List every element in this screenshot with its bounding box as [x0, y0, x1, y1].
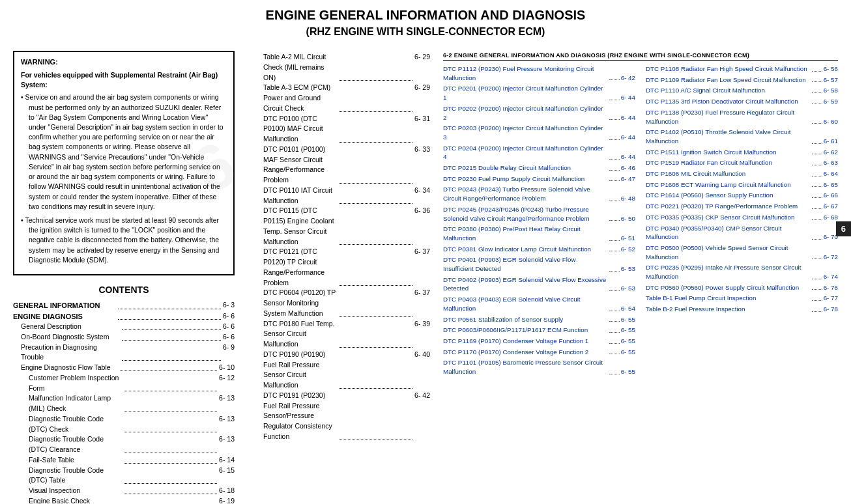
toc-label: Table A-3 ECM (PCM) Power and Ground Cir…	[263, 83, 337, 113]
toc-label: ENGINE DIAGNOSIS	[13, 311, 116, 322]
toc-label: DTC P0115 (DTC P0115) Engine Coolant Tem…	[263, 206, 337, 247]
left-column: WARNING: For vehicles equipped with Supp…	[13, 51, 235, 504]
dtc-row-dots	[812, 289, 822, 290]
dtc-row-label: DTC P0243 (P0243) Turbo Pressure Solenoi…	[443, 185, 608, 203]
dtc-row: DTC P1402 (P0510) Throttle Solenoid Valv…	[646, 128, 838, 145]
section-header-bar: 6-2 ENGINE GENERAL INFORMATION AND DIAGN…	[443, 52, 838, 61]
dtc-row-page: 6- 54	[621, 304, 635, 313]
dtc-row-label: DTC P1135 3rd Piston Deactivator Circuit…	[646, 97, 811, 106]
toc-page: 6- 19	[219, 496, 235, 504]
toc-label: Engine Diagnostic Flow Table	[21, 363, 118, 373]
toc-dots	[124, 391, 217, 412]
dtc-row: DTC P0401 (P0903) EGR Solenoid Valve Flo…	[443, 255, 635, 273]
toc-dots	[339, 389, 412, 440]
dtc-row-page: 6- 57	[824, 76, 838, 85]
toc-page: 6- 3	[223, 300, 235, 311]
dtc-row: DTC P0215 Double Relay Circuit Malfuncti…	[443, 163, 635, 173]
toc-label: DTC P0101 (P0100) MAF Sensor Circuit Ran…	[263, 145, 337, 186]
dtc-row: DTC P1109 Radiator Fan Low Speed Circuit…	[646, 76, 838, 85]
dtc-row-label: DTC P0500 (P0500) Vehicle Speed Sensor C…	[646, 244, 811, 261]
toc-dots	[339, 50, 412, 81]
dtc-row: DTC P0402 (P0903) EGR Solenoid Valve Flo…	[443, 275, 635, 293]
toc-entry: DTC P0115 (DTC P0115) Engine Coolant Tem…	[248, 206, 430, 247]
dtc-row-label: DTC P0202 (P0200) Injector Circuit Malfu…	[443, 104, 608, 122]
dtc-row-page: 6- 44	[621, 133, 635, 142]
dtc-row-dots	[812, 186, 822, 187]
dtc-row-dots	[609, 311, 620, 311]
dtc-row-label: DTC P1608 ECT Warning Lamp Circuit Malfu…	[646, 180, 811, 189]
toc-page: 6- 37	[414, 288, 430, 318]
dtc-row: DTC P0230 Fuel Pump Supply Circuit Malfu…	[443, 175, 635, 184]
dtc-row-page: 6- 44	[621, 93, 635, 102]
toc-label: DTC P0180 Fuel Temp. Sensor Circuit Malf…	[263, 319, 337, 350]
dtc-row-label: DTC P1109 Radiator Fan Low Speed Circuit…	[646, 76, 811, 85]
dtc-row-page: 6- 72	[824, 253, 838, 262]
dtc-row-page: 6- 53	[621, 284, 635, 293]
dtc-row-dots	[609, 290, 620, 291]
dtc-row-dots	[812, 165, 822, 165]
dtc-row-page: 6- 55	[621, 348, 635, 357]
dtc-row-page: 6- 68	[824, 213, 838, 222]
toc-entry: Diagnostic Trouble Code (DTC) Table 6- 1…	[13, 466, 235, 486]
warning-subtitle: For vehicles equipped with Supplemental …	[21, 70, 227, 90]
dtc-row-page: 6- 63	[824, 158, 838, 167]
dtc-row-page: 6- 53	[621, 264, 635, 273]
dtc-row-dots	[609, 119, 620, 120]
page-number-badge: 6	[836, 221, 851, 236]
middle-toc-list: Table A-2 MIL Circuit Check (MIL remains…	[248, 52, 430, 442]
dtc-row-dots	[609, 251, 620, 251]
right-column: 6-2 ENGINE GENERAL INFORMATION AND DIAGN…	[443, 51, 838, 504]
dtc-row: DTC P0500 (P0500) Vehicle Speed Sensor C…	[646, 244, 838, 261]
toc-label: DTC P0191 (P0230) Fuel Rail Pressure Sen…	[263, 391, 337, 442]
toc-page: 6- 6	[223, 322, 235, 332]
toc-label: DTC P0190 (P0190) Fuel Rail Pressure Sen…	[263, 350, 337, 391]
toc-label: Precaution in Diagnosing Trouble	[21, 343, 120, 363]
dtc-row-page: 6- 48	[621, 194, 635, 203]
dtc-row-label: Table B-1 Fuel Pump Circuit Inspection	[646, 294, 811, 303]
toc-dots	[339, 348, 412, 389]
toc-dots	[124, 464, 217, 484]
dtc-row: DTC P0202 (P0200) Injector Circuit Malfu…	[443, 104, 635, 122]
dtc-row-page: 6- 76	[824, 283, 838, 292]
dtc-row-label: DTC P0204 (P0200) Injector Circuit Malfu…	[443, 144, 608, 161]
dtc-row: DTC P1169 (P0170) Condenser Voltage Func…	[443, 337, 635, 346]
dtc-row-label: DTC P1101 (P0105) Barometric Pressure Se…	[443, 358, 608, 376]
dtc-row-dots	[609, 159, 620, 160]
toc-label: Malfunction Indicator Lamp (MIL) Check	[29, 393, 122, 414]
toc-label: DTC P0110 IAT Circuit Malfunction	[263, 186, 337, 206]
dtc-row-page: 6- 74	[824, 272, 838, 281]
dtc-row: DTC P1606 MIL Circuit Malfunction 6- 64	[646, 169, 838, 178]
toc-page: 6- 39	[414, 319, 430, 350]
toc-label: Diagnostic Trouble Code (DTC) Clearance	[29, 434, 122, 455]
toc-entry-engine-basic-check: Engine Basic Check 6- 19	[13, 496, 235, 504]
dtc-row-dots	[812, 71, 822, 72]
dtc-row-label: DTC P0403 (P0403) EGR Solenoid Valve Cir…	[443, 295, 608, 313]
toc-dots	[122, 341, 221, 361]
dtc-row-page: 6- 44	[621, 113, 635, 122]
dtc-row: DTC P0561 Stabilization of Sensor Supply…	[443, 315, 635, 324]
dtc-row-dots	[609, 201, 620, 201]
toc-label: Table A-2 MIL Circuit Check (MIL remains…	[263, 52, 337, 83]
toc-dots	[120, 361, 217, 371]
toc-dots	[339, 112, 412, 143]
dtc-row-dots	[609, 139, 620, 140]
dtc-row: DTC P0381 Glow Indicator Lamp Circuit Ma…	[443, 245, 635, 254]
dtc-row: DTC P0204 (P0200) Injector Circuit Malfu…	[443, 144, 635, 161]
dtc-col-right: DTC P1108 Radiator Fan High Speed Circui…	[646, 64, 838, 378]
toc-page: 6- 6	[223, 332, 235, 343]
toc-dots	[339, 245, 412, 286]
warning-item-2: Technical service work must be started a…	[21, 216, 227, 265]
toc-entry: DTC P0191 (P0230) Fuel Rail Pressure Sen…	[248, 391, 430, 442]
sub-title: (RHZ ENGINE WITH SINGLE-CONNECTOR ECM)	[13, 26, 838, 38]
toc-dots	[124, 432, 217, 453]
dtc-row: DTC P1608 ECT Warning Lamp Circuit Malfu…	[646, 180, 838, 189]
dtc-row-label: DTC P1112 (P0230) Fuel Pressure Monitori…	[443, 64, 608, 82]
dtc-row-page: 6- 59	[824, 97, 838, 106]
dtc-row: DTC P1101 (P0105) Barometric Pressure Se…	[443, 358, 635, 376]
toc-dots	[124, 494, 217, 504]
toc-page: 6- 13	[219, 393, 235, 414]
dtc-row: DTC P0243 (P0243) Turbo Pressure Solenoi…	[443, 185, 635, 203]
toc-page: 6- 33	[414, 145, 430, 186]
dtc-row-dots	[609, 240, 620, 241]
dtc-row-page: 6- 64	[824, 169, 838, 178]
